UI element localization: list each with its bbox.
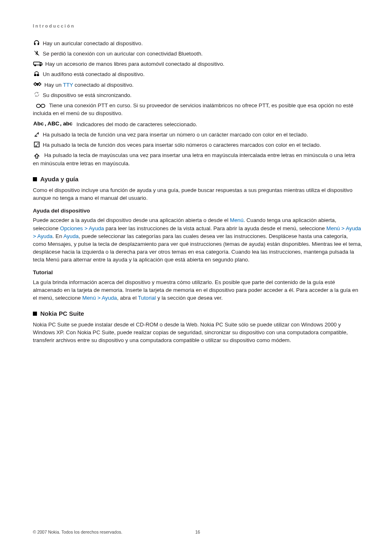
ptt-icon [36, 102, 45, 109]
indicator-fn-twice: Ha pulsado la tecla de función dos veces… [33, 141, 362, 149]
menu-link[interactable]: Menú [326, 225, 340, 231]
svg-rect-1 [34, 62, 40, 65]
abc-icons: Abc , ABC , abc [33, 120, 74, 127]
page: Introducción Hay un auricular conectado … [0, 0, 392, 555]
separator-gt-icon: > [97, 295, 101, 301]
indicator-text: Hay un accesorio de manos libres para au… [45, 60, 224, 68]
svg-text:T: T [37, 83, 39, 86]
separator-gt-icon: > [341, 225, 345, 231]
function-key-twice-icon [33, 141, 40, 148]
ayuda-link[interactable]: Ayuda [102, 295, 117, 301]
section-pcsuite-heading: Nokia PC Suite [33, 309, 362, 318]
indicator-loopset: Un audífono está conectado al dispositiv… [33, 70, 362, 78]
text: para leer las instrucciones de la vista … [104, 225, 212, 231]
bluetooth-disconnected-icon [33, 50, 40, 56]
svg-rect-4 [35, 74, 36, 76]
text: , abra el [117, 295, 138, 301]
section-title: Nokia PC Suite [40, 309, 84, 318]
ayuda-link[interactable]: Ayuda [63, 233, 78, 239]
svg-text:, ABC: , ABC [45, 121, 60, 127]
function-key-once-icon [33, 131, 40, 137]
indicator-shift: Ha pulsado la tecla de mayúsculas una ve… [33, 152, 355, 166]
page-footer: © 2007 Nokia. Todos los derechos reserva… [33, 529, 362, 535]
indicator-text: Indicadores del modo de caracteres selec… [76, 120, 197, 128]
indicator-ptt: Tiene una conexión PTT en curso. Si su p… [33, 102, 353, 116]
indicator-bt-lost: Se perdió la conexión con un auricular c… [33, 50, 362, 58]
text-pre: Hay un [44, 82, 63, 88]
tty-icon: T [33, 81, 42, 88]
indicator-text: Tiene una conexión PTT en curso. Si su p… [33, 102, 353, 116]
loopset-icon [33, 70, 40, 77]
indicator-tty: T Hay un TTY conectado al dispositivo. [33, 81, 362, 89]
indicator-headset: Hay un auricular conectado al dispositiv… [33, 39, 362, 47]
svg-rect-5 [37, 74, 39, 76]
copyright: © 2007 Nokia. Todos los derechos reserva… [33, 530, 122, 534]
svg-rect-8 [41, 104, 45, 107]
text: . En [53, 233, 63, 239]
ayuda-link[interactable]: Ayuda [346, 225, 361, 231]
section-title: Ayuda y guía [40, 175, 78, 184]
ayuda-link[interactable]: Ayuda [89, 225, 104, 231]
page-number: 16 [195, 529, 200, 535]
running-head: Introducción [33, 23, 362, 30]
indicator-text: Ha pulsado la tecla de función dos veces… [43, 141, 321, 149]
text: Puede acceder a la ayuda del dispositivo… [33, 217, 230, 223]
sync-icon [33, 91, 40, 98]
indicator-abc-modes: Abc , ABC , abc Indicadores del modo de … [33, 120, 362, 128]
square-bullet-icon [33, 177, 37, 181]
svg-rect-7 [37, 104, 40, 107]
subheading-tutorial: Tutorial [33, 268, 362, 277]
indicator-car-kit: Hay un accesorio de manos libres para au… [33, 60, 362, 68]
car-handsfree-icon [33, 60, 43, 67]
menu-link[interactable]: Menú [82, 295, 96, 301]
pcsuite-p1: Nokia PC Suite se puede instalar desde e… [33, 321, 348, 343]
svg-point-2 [35, 65, 36, 66]
indicator-text: Ha pulsado la tecla de mayúsculas una ve… [33, 152, 355, 166]
indicator-text: Un audífono está conectado al dispositiv… [43, 70, 145, 78]
tutorial-p1: La guía brinda información acerca del di… [33, 279, 335, 293]
text: y la sección que desea ver. [156, 295, 223, 301]
separator-gt-icon: > [84, 225, 88, 231]
opciones-link[interactable]: Opciones [60, 225, 83, 231]
subheading-ayuda-dispositivo: Ayuda del dispositivo [33, 207, 362, 215]
text: Para abrir la ayuda desde el menú, selec… [213, 225, 326, 231]
indicator-sync: Su dispositivo se está sincronizando. [33, 91, 362, 99]
tutorial-link[interactable]: Tutorial [138, 295, 156, 301]
indicator-text: Su dispositivo se está sincronizando. [43, 91, 131, 99]
indicator-text: Hay un auricular conectado al dispositiv… [43, 39, 143, 47]
svg-text:Abc: Abc [33, 121, 44, 127]
section-ayuda-heading: Ayuda y guía [33, 175, 362, 184]
indicator-text: Ha pulsado la tecla de función una vez p… [43, 131, 308, 139]
text-post: conectado al dispositivo. [73, 82, 134, 88]
tty-link[interactable]: TTY [63, 82, 73, 88]
indicator-fn-once: Ha pulsado la tecla de función una vez p… [33, 131, 362, 139]
menu-link[interactable]: Menú [230, 217, 243, 223]
svg-point-3 [40, 65, 41, 66]
svg-text:, abc: , abc [60, 121, 73, 127]
separator-gt-icon: > [33, 233, 36, 239]
ayuda-link[interactable]: Ayuda [37, 233, 53, 239]
headset-icon [33, 39, 40, 46]
square-bullet-icon [33, 312, 37, 316]
shift-icon [33, 153, 40, 159]
indicator-text: Hay un TTY conectado al dispositivo. [44, 81, 134, 89]
indicator-text: Se perdió la conexión con un auricular c… [43, 50, 203, 58]
ayuda-intro: Como el dispositivo incluye una función … [33, 187, 353, 201]
